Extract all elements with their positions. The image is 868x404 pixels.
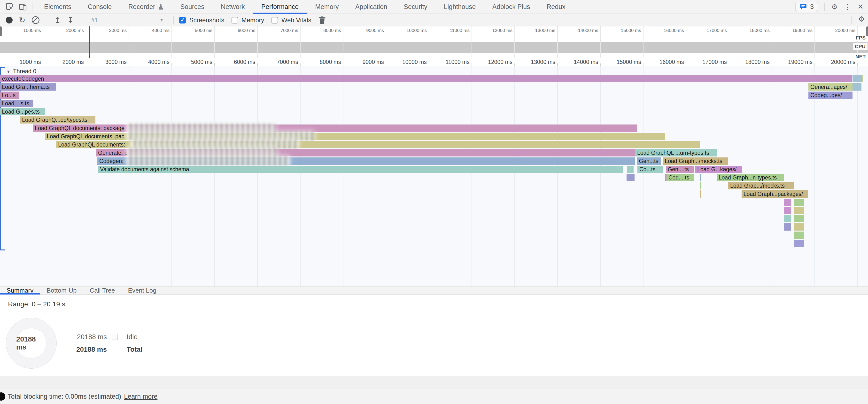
flame-bar[interactable]: Load Graph...n-types.ts xyxy=(717,174,784,181)
history-select[interactable]: #1 ▼ xyxy=(89,17,166,24)
tab-network[interactable]: Network xyxy=(213,0,253,13)
flame-bar[interactable]: Codeg...ges/ xyxy=(808,92,852,99)
flame-bar[interactable]: Genera...ages/ xyxy=(808,83,852,91)
tab-application[interactable]: Application xyxy=(347,0,396,13)
tab-label: Console xyxy=(88,3,112,11)
flame-bar[interactable]: Load GraphQL ...urn-types.ts xyxy=(635,149,717,156)
details-tab-call-tree[interactable]: Call Tree xyxy=(83,287,122,294)
flame-bar[interactable]: executeCodegen xyxy=(0,75,852,82)
tabbar-divider xyxy=(32,3,32,11)
overview-tick-label: 4000 ms xyxy=(133,28,169,33)
flame-bar[interactable]: Load Graph.../mocks.ts xyxy=(663,157,728,165)
flame-chart[interactable]: ▼Thread 0 executeCodegenLoad Gra...hema.… xyxy=(0,66,868,287)
trash-icon[interactable] xyxy=(318,16,326,24)
devtools-tabbar: ElementsConsoleRecorderSourcesNetworkPer… xyxy=(0,0,868,14)
overview-tick-label: 18000 ms xyxy=(733,28,770,33)
reload-and-record-button[interactable]: ↻ xyxy=(19,16,25,24)
flame-bar[interactable] xyxy=(794,215,804,222)
overview-right-handle[interactable] xyxy=(866,26,868,36)
flame-bar[interactable] xyxy=(627,166,633,173)
tab-lighthouse[interactable]: Lighthouse xyxy=(436,0,484,13)
tab-sources[interactable]: Sources xyxy=(172,0,213,13)
ruler-tick-mark xyxy=(557,63,558,66)
flame-bar[interactable] xyxy=(784,223,791,230)
flame-bar[interactable]: Load Grap.../mocks.ts xyxy=(728,182,794,189)
tab-adblock-plus[interactable]: Adblock Plus xyxy=(484,0,538,13)
chevron-down-icon: ▼ xyxy=(160,18,164,23)
flame-bar[interactable] xyxy=(700,182,701,189)
inspect-icon[interactable] xyxy=(5,2,14,11)
flame-bar[interactable]: Cod....ts xyxy=(666,174,694,181)
flame-bar[interactable] xyxy=(784,207,791,214)
checkbox-web-vitals[interactable]: Web Vitals xyxy=(272,17,311,24)
flame-bar[interactable] xyxy=(794,231,804,239)
flame-bar[interactable]: Load ...s.ts xyxy=(0,100,33,107)
tab-label: Recorder xyxy=(128,3,155,11)
tab-elements[interactable]: Elements xyxy=(36,0,80,13)
more-options-icon[interactable]: ⋮ xyxy=(844,3,851,11)
ruler-tick-label: 14000 ms xyxy=(559,58,598,66)
save-profile-button[interactable]: ↧ xyxy=(67,16,74,24)
clear-button[interactable] xyxy=(32,16,39,24)
legend-idle-swatch[interactable] xyxy=(112,334,118,340)
flame-bar[interactable]: Gen...ts xyxy=(637,157,661,165)
flame-bar[interactable]: Load G...kages/ xyxy=(695,166,742,173)
flame-gridline xyxy=(86,66,86,287)
flame-bar[interactable] xyxy=(852,83,862,91)
tab-redux[interactable]: Redux xyxy=(538,0,574,13)
settings-gear-icon[interactable]: ⚙ xyxy=(831,3,838,10)
web-vitals-checkbox[interactable] xyxy=(272,17,278,24)
device-toolbar-icon[interactable] xyxy=(19,2,27,11)
details-tab-event-log[interactable]: Event Log xyxy=(122,287,163,294)
tab-console[interactable]: Console xyxy=(80,0,120,13)
flame-bar[interactable] xyxy=(794,223,804,230)
close-devtools-icon[interactable]: ✕ xyxy=(858,3,864,10)
flame-bar[interactable]: Load Gra...hema.ts xyxy=(0,83,56,91)
tab-security[interactable]: Security xyxy=(396,0,436,13)
flame-bar[interactable]: Validate documents against schema xyxy=(98,166,623,173)
tab-memory[interactable]: Memory xyxy=(307,0,347,13)
learn-more-link[interactable]: Learn more xyxy=(124,393,157,400)
memory-checkbox[interactable] xyxy=(231,17,238,24)
overview-tick-label: 7000 ms xyxy=(262,28,298,33)
flame-bar[interactable] xyxy=(794,240,804,247)
checkbox-memory[interactable]: Memory xyxy=(231,17,264,24)
capture-settings-gear-icon[interactable]: ⚙ xyxy=(858,15,865,23)
toolbar-right-divider xyxy=(851,17,851,24)
flame-bar[interactable] xyxy=(700,174,701,181)
flame-bar[interactable]: Co...ts xyxy=(638,166,663,173)
flame-bar[interactable]: Gen....ts xyxy=(666,166,694,173)
timeline-overview[interactable]: 1000 ms2000 ms3000 ms4000 ms5000 ms6000 … xyxy=(0,26,868,58)
ruler-tick-mark xyxy=(86,63,86,66)
details-tab-summary[interactable]: Summary xyxy=(0,287,40,294)
record-button[interactable] xyxy=(6,17,12,24)
flame-bar[interactable]: Load G...pes.ts xyxy=(0,108,45,115)
flame-bar[interactable] xyxy=(700,190,701,198)
flame-bar[interactable]: Lo...s xyxy=(0,92,20,99)
thread-header[interactable]: ▼Thread 0 xyxy=(6,68,36,74)
overview-tick-label: 12000 ms xyxy=(476,28,513,33)
flame-bar[interactable] xyxy=(784,215,791,222)
total-blocking-time-text: Total blocking time: 0.00ms (estimated) xyxy=(8,393,121,400)
tab-label: Network xyxy=(221,3,245,11)
tab-recorder[interactable]: Recorder xyxy=(120,0,172,13)
toolbar-divider-2 xyxy=(81,17,82,24)
checkbox-screenshots[interactable]: ✓Screenshots xyxy=(179,17,224,24)
overview-left-handle[interactable] xyxy=(0,26,2,36)
issues-badge[interactable]: 3 xyxy=(795,2,818,12)
flame-bar[interactable] xyxy=(794,207,804,214)
screenshots-checkbox[interactable]: ✓ xyxy=(179,17,186,24)
flame-bar[interactable] xyxy=(784,198,791,206)
details-tab-bottom-up[interactable]: Bottom-Up xyxy=(40,287,83,294)
load-profile-button[interactable]: ↥ xyxy=(55,16,61,24)
flame-bar[interactable]: Load Graph...packages/ xyxy=(742,190,808,198)
tab-performance[interactable]: Performance xyxy=(253,0,307,13)
flame-bar[interactable] xyxy=(852,75,862,82)
flame-bar[interactable]: Load GraphQL documents: package xyxy=(33,124,637,132)
flame-bar[interactable] xyxy=(794,198,804,206)
flame-bar[interactable] xyxy=(862,75,863,82)
fps-lane-label: FPS xyxy=(854,35,868,41)
thread-disclosure-icon[interactable]: ▼ xyxy=(6,69,11,74)
flame-bar[interactable] xyxy=(626,174,634,181)
flame-bar[interactable]: Load GraphQ...ed/types.ts xyxy=(20,116,95,124)
